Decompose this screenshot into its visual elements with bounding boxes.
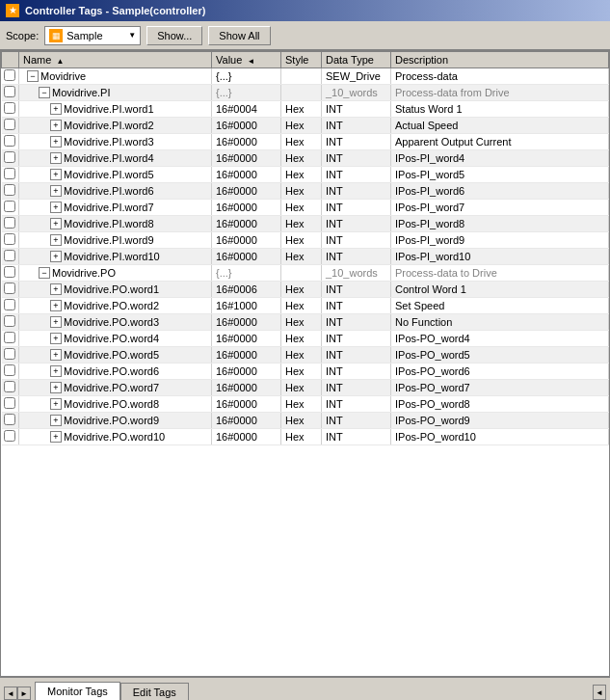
row-value-cell[interactable]: {...} (212, 68, 281, 85)
expand-minus-icon[interactable]: − (27, 70, 39, 82)
row-checkbox-cell[interactable] (2, 380, 19, 396)
row-checkbox-cell[interactable] (2, 413, 19, 429)
table-header-row: Name ▲ Value ◄ Style Data Type Descripti… (2, 52, 609, 68)
row-description-cell: Actual Speed (391, 118, 609, 134)
expand-plus-icon[interactable]: + (50, 185, 62, 197)
row-value-cell[interactable]: 16#0000 (212, 216, 281, 232)
row-checkbox-cell[interactable] (2, 150, 19, 167)
row-value-cell[interactable]: 16#0000 (212, 249, 281, 265)
show-button[interactable]: Show... (146, 26, 202, 45)
expand-plus-icon[interactable]: + (50, 202, 62, 213)
row-value-cell[interactable]: 16#0000 (212, 314, 281, 331)
expand-plus-icon[interactable]: + (50, 218, 62, 229)
row-value-cell[interactable]: 16#0000 (212, 429, 281, 445)
row-checkbox-cell[interactable] (2, 167, 19, 183)
row-checkbox-cell[interactable] (2, 68, 19, 85)
row-value-cell[interactable]: 16#0000 (212, 150, 281, 167)
expand-minus-icon[interactable]: − (39, 87, 50, 98)
row-value-cell[interactable]: 16#0000 (212, 134, 281, 150)
row-description-cell: Apparent Output Current (391, 134, 609, 150)
expand-plus-icon[interactable]: + (50, 152, 62, 164)
expand-plus-icon[interactable]: + (50, 234, 62, 246)
row-name-cell: +Movidrive.PO.word5 (19, 347, 212, 363)
row-checkbox-cell[interactable] (2, 396, 19, 413)
datatype-col-header[interactable]: Data Type (322, 52, 391, 68)
row-checkbox-cell[interactable] (2, 363, 19, 380)
expand-plus-icon[interactable]: + (50, 398, 62, 410)
row-value-cell[interactable]: 16#0000 (212, 167, 281, 183)
row-checkbox-cell[interactable] (2, 429, 19, 445)
expand-plus-icon[interactable]: + (50, 365, 62, 377)
expand-plus-icon[interactable]: + (50, 382, 62, 393)
row-description-cell: IPos-PI_word10 (391, 249, 609, 265)
expand-plus-icon[interactable]: + (50, 300, 62, 311)
row-name-cell: +Movidrive.PI.word3 (19, 134, 212, 150)
row-value-cell[interactable]: 16#0006 (212, 282, 281, 298)
desc-col-header[interactable]: Description (391, 52, 609, 68)
expand-plus-icon[interactable]: + (50, 283, 62, 295)
row-checkbox-cell[interactable] (2, 249, 19, 265)
expand-plus-icon[interactable]: + (50, 120, 62, 131)
expand-plus-icon[interactable]: + (50, 251, 62, 262)
row-checkbox-cell[interactable] (2, 314, 19, 331)
row-description-cell: IPos-PI_word5 (391, 167, 609, 183)
table-row: +Movidrive.PI.word816#0000HexINTIPos-PI_… (2, 216, 609, 232)
expand-plus-icon[interactable]: + (50, 333, 62, 344)
row-value-cell[interactable]: 16#0000 (212, 380, 281, 396)
scroll-left-btn[interactable]: ◄ (4, 687, 17, 700)
row-checkbox-cell[interactable] (2, 265, 19, 282)
row-checkbox-cell[interactable] (2, 85, 19, 101)
row-value-cell[interactable]: 16#0004 (212, 101, 281, 118)
tab-edit-tags[interactable]: Edit Tags (120, 683, 189, 700)
row-style-cell: Hex (281, 314, 322, 331)
name-col-header[interactable]: Name ▲ (19, 52, 212, 68)
scroll-right-btn[interactable]: ► (17, 687, 31, 700)
show-all-button[interactable]: Show All (208, 26, 270, 45)
back-arrow-icon: ◄ (247, 57, 254, 66)
row-value-cell[interactable]: {...} (212, 265, 281, 282)
row-value-cell[interactable]: 16#1000 (212, 298, 281, 314)
scope-dropdown[interactable]: ▦ Sample ▼ (44, 26, 141, 45)
row-datatype-cell: INT (322, 249, 391, 265)
row-value-cell[interactable]: 16#0000 (212, 183, 281, 200)
expand-minus-icon[interactable]: − (39, 267, 50, 279)
title-text: Controller Tags - Sample(controller) (25, 5, 205, 16)
row-checkbox-cell[interactable] (2, 216, 19, 232)
row-name-cell: −Movidrive (19, 68, 212, 85)
row-name-cell: −Movidrive.PI (19, 85, 212, 101)
expand-plus-icon[interactable]: + (50, 431, 62, 443)
expand-plus-icon[interactable]: + (50, 136, 62, 148)
row-checkbox-cell[interactable] (2, 232, 19, 249)
row-value-cell[interactable]: 16#0000 (212, 413, 281, 429)
expand-plus-icon[interactable]: + (50, 103, 62, 115)
expand-plus-icon[interactable]: + (50, 349, 62, 361)
expand-plus-icon[interactable]: + (50, 415, 62, 426)
row-checkbox-cell[interactable] (2, 298, 19, 314)
value-col-header[interactable]: Value ◄ (212, 52, 281, 68)
row-checkbox-cell[interactable] (2, 200, 19, 216)
row-checkbox-cell[interactable] (2, 282, 19, 298)
row-name-cell: +Movidrive.PI.word9 (19, 232, 212, 249)
expand-plus-icon[interactable]: + (50, 169, 62, 180)
row-value-cell[interactable]: 16#0000 (212, 200, 281, 216)
row-value-cell[interactable]: 16#0000 (212, 396, 281, 413)
row-checkbox-cell[interactable] (2, 134, 19, 150)
row-value-cell[interactable]: 16#0000 (212, 232, 281, 249)
row-value-cell[interactable]: 16#0000 (212, 118, 281, 134)
row-datatype-cell: INT (322, 413, 391, 429)
row-value-cell[interactable]: 16#0000 (212, 331, 281, 347)
row-name-text: Movidrive.PI.word10 (64, 251, 160, 262)
row-datatype-cell: INT (322, 216, 391, 232)
row-checkbox-cell[interactable] (2, 331, 19, 347)
row-value-cell[interactable]: 16#0000 (212, 363, 281, 380)
row-value-cell[interactable]: 16#0000 (212, 347, 281, 363)
expand-plus-icon[interactable]: + (50, 316, 62, 328)
style-col-header[interactable]: Style (281, 52, 322, 68)
row-checkbox-cell[interactable] (2, 101, 19, 118)
bottom-scroll-right[interactable]: ◄ (593, 685, 606, 700)
tab-monitor-tags[interactable]: Monitor Tags (35, 682, 120, 700)
row-checkbox-cell[interactable] (2, 118, 19, 134)
row-value-cell[interactable]: {...} (212, 85, 281, 101)
row-checkbox-cell[interactable] (2, 347, 19, 363)
row-checkbox-cell[interactable] (2, 183, 19, 200)
